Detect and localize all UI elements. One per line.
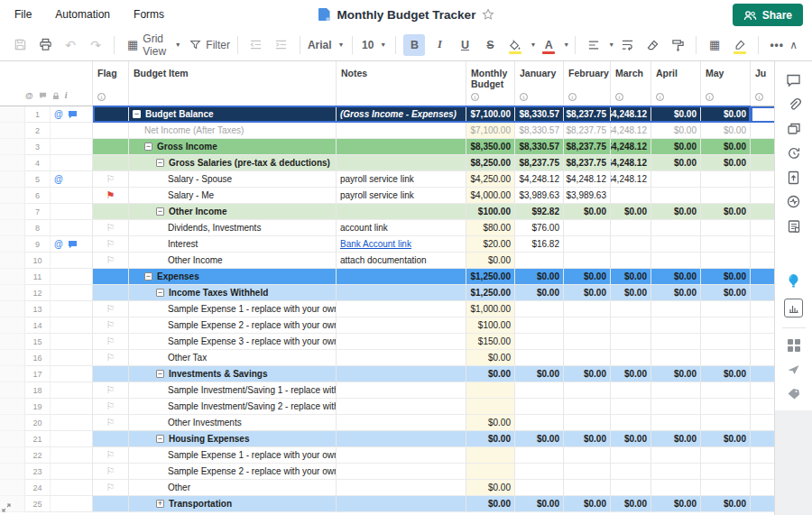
cell-value[interactable]: [611, 236, 651, 253]
highlighter-icon[interactable]: [729, 34, 751, 56]
flag-icon[interactable]: ⚐: [106, 385, 115, 395]
cell-notes[interactable]: [337, 123, 466, 139]
cell-value[interactable]: $3,989.63: [564, 188, 611, 204]
note-link[interactable]: Bank Account link: [340, 239, 411, 249]
cell-june[interactable]: [751, 171, 774, 188]
cell-value[interactable]: $0.00: [515, 496, 564, 512]
collapse-icon[interactable]: −: [156, 159, 164, 167]
cell-budget-item[interactable]: Sample Expense 3 - replace with your own…: [129, 334, 337, 350]
cell-value[interactable]: $0.00: [564, 285, 611, 301]
cell-value[interactable]: $0.00: [611, 366, 651, 382]
cell-budget-item[interactable]: Sample Expense 1 - replace with your own…: [129, 301, 337, 317]
cell-value[interactable]: $0.00: [611, 431, 651, 447]
row-gutter[interactable]: [51, 399, 93, 415]
column-header-april[interactable]: Aprili: [651, 61, 701, 106]
info-icon[interactable]: i: [97, 93, 106, 101]
cell-june[interactable]: [751, 139, 774, 155]
row-gutter[interactable]: [51, 204, 93, 220]
cell-value[interactable]: [701, 253, 751, 269]
flag-icon[interactable]: ⚐: [106, 255, 115, 265]
cell-notes[interactable]: [337, 334, 466, 350]
cell-value[interactable]: $100.00: [466, 317, 515, 334]
info-icon[interactable]: i: [706, 93, 714, 101]
row-gutter[interactable]: [51, 415, 93, 431]
cell-value[interactable]: [611, 220, 651, 236]
row-gutter[interactable]: [51, 480, 93, 496]
cell-value[interactable]: [564, 415, 611, 431]
fill-color-button[interactable]: [504, 34, 526, 56]
row-number[interactable]: 15: [25, 334, 51, 350]
cell-value[interactable]: [701, 317, 751, 334]
cell-notes[interactable]: [337, 301, 466, 317]
column-header-may[interactable]: Mayi: [701, 61, 751, 106]
cell-notes[interactable]: [337, 155, 466, 171]
cell-budget-item[interactable]: −Expenses: [129, 269, 337, 285]
cell-value[interactable]: $0.00: [466, 480, 515, 496]
view-selector[interactable]: ▦ Grid View ▼: [122, 34, 187, 56]
cell-value[interactable]: $92.82: [515, 204, 564, 220]
cell-value[interactable]: [701, 236, 751, 253]
cell-notes[interactable]: [337, 350, 466, 366]
row-gutter[interactable]: [51, 382, 93, 399]
row-number[interactable]: 21: [25, 431, 51, 447]
cell-value[interactable]: [515, 382, 564, 399]
cell-june[interactable]: [751, 334, 774, 350]
cell-flag[interactable]: [93, 366, 129, 382]
update-requests-icon[interactable]: [786, 145, 801, 161]
cell-flag[interactable]: ⚐: [93, 301, 129, 317]
cell-value[interactable]: $0.00: [466, 366, 515, 382]
cell-value[interactable]: [651, 317, 701, 334]
cell-value[interactable]: [611, 415, 651, 431]
row-number[interactable]: 20: [25, 415, 51, 431]
cell-flag[interactable]: [93, 106, 129, 123]
activity-log-icon[interactable]: [786, 194, 801, 209]
flag-icon[interactable]: ⚐: [106, 223, 115, 233]
cell-value[interactable]: $0.00: [651, 431, 701, 447]
cell-value[interactable]: $4,248.12: [564, 171, 611, 188]
row-number[interactable]: 5: [25, 171, 51, 188]
cell-value[interactable]: $0.00: [611, 285, 651, 301]
row-gutter[interactable]: @: [51, 236, 93, 253]
collapse-icon[interactable]: −: [156, 435, 164, 443]
cell-flag[interactable]: [93, 155, 129, 171]
column-header-monthly-budget[interactable]: Monthly Budgeti: [466, 61, 515, 106]
cell-value[interactable]: [611, 188, 651, 204]
row-gutter[interactable]: @: [51, 106, 93, 123]
cell-value[interactable]: [651, 188, 701, 204]
attachment-icon[interactable]: @: [54, 240, 63, 249]
attachment-icon[interactable]: @: [54, 110, 63, 119]
cell-value[interactable]: $0.00: [564, 431, 611, 447]
row-gutter[interactable]: [51, 366, 93, 382]
cell-value[interactable]: $0.00: [466, 496, 515, 512]
cell-flag[interactable]: ⚐: [93, 447, 129, 464]
comment-icon[interactable]: [68, 240, 78, 249]
cell-budget-item[interactable]: Sample Expense 2 - replace with your own…: [129, 317, 337, 334]
cell-notes[interactable]: [337, 431, 466, 447]
cell-value[interactable]: [515, 334, 564, 350]
row-gutter[interactable]: [51, 317, 93, 334]
row-gutter[interactable]: [51, 285, 93, 301]
cell-june[interactable]: [751, 204, 774, 220]
cell-value[interactable]: $4,000.00: [466, 188, 515, 204]
cell-value[interactable]: [701, 188, 751, 204]
cell-june[interactable]: [751, 464, 774, 480]
italic-button[interactable]: I: [429, 34, 450, 56]
cell-june[interactable]: [751, 269, 774, 285]
cell-value[interactable]: [564, 350, 611, 366]
cell-value[interactable]: [611, 350, 651, 366]
outdent-icon[interactable]: [245, 34, 267, 56]
save-icon[interactable]: [9, 34, 31, 56]
row-number[interactable]: 22: [25, 447, 51, 464]
cell-budget-item[interactable]: Net Income (After Taxes): [129, 123, 337, 139]
info-icon[interactable]: i: [656, 93, 664, 101]
cell-value[interactable]: $0.00: [651, 139, 701, 155]
flag-icon[interactable]: ⚐: [106, 450, 115, 460]
comment-icon[interactable]: [68, 110, 78, 119]
cell-june[interactable]: [751, 236, 774, 253]
flag-icon[interactable]: ⚐: [106, 304, 115, 314]
cell-value[interactable]: $4,248.12: [611, 139, 651, 155]
cell-notes[interactable]: account link: [337, 220, 466, 236]
info-icon[interactable]: i: [568, 93, 577, 101]
attachment-icon[interactable]: @: [54, 175, 63, 184]
redo-icon[interactable]: ↷: [85, 34, 106, 56]
